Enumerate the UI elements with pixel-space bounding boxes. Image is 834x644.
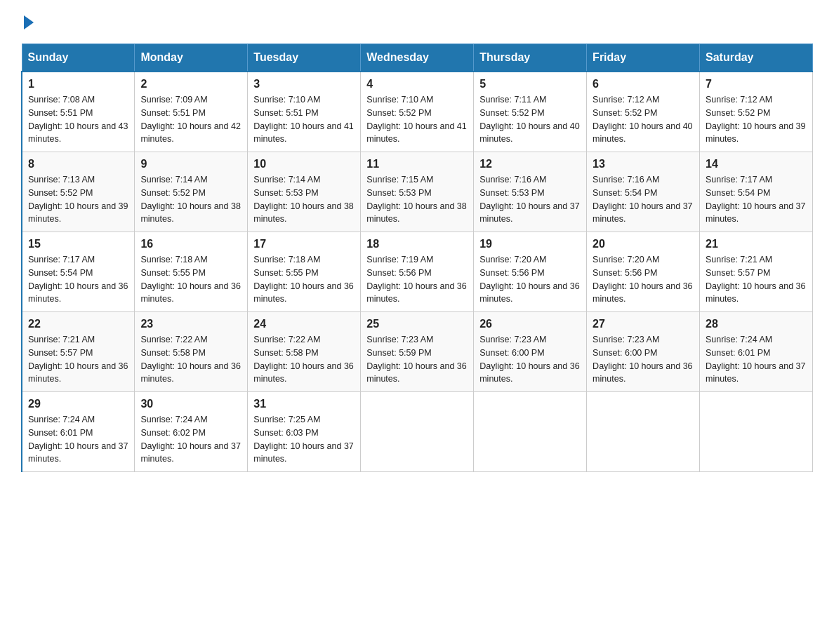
column-header-thursday: Thursday <box>474 44 587 72</box>
day-number: 23 <box>140 318 241 330</box>
calendar-week-row: 8 Sunrise: 7:13 AM Sunset: 5:52 PM Dayli… <box>22 152 813 232</box>
day-number: 4 <box>366 78 468 90</box>
calendar-cell: 11 Sunrise: 7:15 AM Sunset: 5:53 PM Dayl… <box>361 152 474 232</box>
calendar-week-row: 29 Sunrise: 7:24 AM Sunset: 6:01 PM Dayl… <box>22 392 813 472</box>
calendar-cell <box>587 392 700 472</box>
day-number: 31 <box>253 398 355 410</box>
calendar-cell: 24 Sunrise: 7:22 AM Sunset: 5:58 PM Dayl… <box>248 312 361 392</box>
column-header-monday: Monday <box>135 44 248 72</box>
day-number: 8 <box>28 158 128 170</box>
calendar-cell: 26 Sunrise: 7:23 AM Sunset: 6:00 PM Dayl… <box>474 312 587 392</box>
day-info: Sunrise: 7:12 AM Sunset: 5:52 PM Dayligh… <box>706 93 807 146</box>
day-number: 6 <box>593 78 694 90</box>
day-number: 19 <box>479 238 581 250</box>
calendar-cell: 10 Sunrise: 7:14 AM Sunset: 5:53 PM Dayl… <box>248 152 361 232</box>
day-info: Sunrise: 7:23 AM Sunset: 6:00 PM Dayligh… <box>593 333 694 386</box>
day-info: Sunrise: 7:24 AM Sunset: 6:02 PM Dayligh… <box>140 413 241 466</box>
day-number: 11 <box>366 158 468 170</box>
day-info: Sunrise: 7:09 AM Sunset: 5:51 PM Dayligh… <box>140 93 241 146</box>
day-number: 26 <box>479 318 581 330</box>
day-info: Sunrise: 7:23 AM Sunset: 6:00 PM Dayligh… <box>479 333 581 386</box>
day-number: 29 <box>28 398 128 410</box>
calendar-cell: 12 Sunrise: 7:16 AM Sunset: 5:53 PM Dayl… <box>474 152 587 232</box>
day-info: Sunrise: 7:20 AM Sunset: 5:56 PM Dayligh… <box>593 253 694 306</box>
calendar-cell: 13 Sunrise: 7:16 AM Sunset: 5:54 PM Dayl… <box>587 152 700 232</box>
day-number: 10 <box>253 158 355 170</box>
calendar-cell: 30 Sunrise: 7:24 AM Sunset: 6:02 PM Dayl… <box>135 392 248 472</box>
column-header-wednesday: Wednesday <box>361 44 474 72</box>
day-info: Sunrise: 7:14 AM Sunset: 5:52 PM Dayligh… <box>140 173 241 226</box>
day-number: 15 <box>28 238 128 250</box>
logo <box>21 14 34 29</box>
column-header-saturday: Saturday <box>700 44 813 72</box>
calendar-cell: 28 Sunrise: 7:24 AM Sunset: 6:01 PM Dayl… <box>700 312 813 392</box>
calendar-cell: 8 Sunrise: 7:13 AM Sunset: 5:52 PM Dayli… <box>22 152 135 232</box>
calendar-table: SundayMondayTuesdayWednesdayThursdayFrid… <box>21 43 813 472</box>
calendar-cell: 29 Sunrise: 7:24 AM Sunset: 6:01 PM Dayl… <box>22 392 135 472</box>
calendar-cell: 19 Sunrise: 7:20 AM Sunset: 5:56 PM Dayl… <box>474 232 587 312</box>
calendar-cell: 7 Sunrise: 7:12 AM Sunset: 5:52 PM Dayli… <box>700 72 813 152</box>
calendar-cell: 5 Sunrise: 7:11 AM Sunset: 5:52 PM Dayli… <box>474 72 587 152</box>
logo-arrow-icon <box>24 15 34 29</box>
calendar-cell: 15 Sunrise: 7:17 AM Sunset: 5:54 PM Dayl… <box>22 232 135 312</box>
day-info: Sunrise: 7:17 AM Sunset: 5:54 PM Dayligh… <box>28 253 128 306</box>
calendar-week-row: 1 Sunrise: 7:08 AM Sunset: 5:51 PM Dayli… <box>22 72 813 152</box>
calendar-cell <box>700 392 813 472</box>
calendar-cell: 3 Sunrise: 7:10 AM Sunset: 5:51 PM Dayli… <box>248 72 361 152</box>
day-info: Sunrise: 7:10 AM Sunset: 5:51 PM Dayligh… <box>253 93 355 146</box>
day-number: 12 <box>479 158 581 170</box>
day-info: Sunrise: 7:20 AM Sunset: 5:56 PM Dayligh… <box>479 253 581 306</box>
day-info: Sunrise: 7:16 AM Sunset: 5:54 PM Dayligh… <box>593 173 694 226</box>
day-info: Sunrise: 7:15 AM Sunset: 5:53 PM Dayligh… <box>366 173 468 226</box>
calendar-cell <box>474 392 587 472</box>
calendar-cell: 9 Sunrise: 7:14 AM Sunset: 5:52 PM Dayli… <box>135 152 248 232</box>
day-info: Sunrise: 7:25 AM Sunset: 6:03 PM Dayligh… <box>253 413 355 466</box>
day-number: 25 <box>366 318 468 330</box>
column-header-tuesday: Tuesday <box>248 44 361 72</box>
calendar-week-row: 15 Sunrise: 7:17 AM Sunset: 5:54 PM Dayl… <box>22 232 813 312</box>
day-number: 16 <box>140 238 241 250</box>
day-info: Sunrise: 7:10 AM Sunset: 5:52 PM Dayligh… <box>366 93 468 146</box>
calendar-cell: 20 Sunrise: 7:20 AM Sunset: 5:56 PM Dayl… <box>587 232 700 312</box>
column-header-friday: Friday <box>587 44 700 72</box>
day-number: 5 <box>479 78 581 90</box>
day-number: 17 <box>253 238 355 250</box>
day-info: Sunrise: 7:08 AM Sunset: 5:51 PM Dayligh… <box>28 93 128 146</box>
day-number: 2 <box>140 78 241 90</box>
day-info: Sunrise: 7:11 AM Sunset: 5:52 PM Dayligh… <box>479 93 581 146</box>
page-header <box>21 14 813 29</box>
day-number: 13 <box>593 158 694 170</box>
day-number: 20 <box>593 238 694 250</box>
calendar-cell: 4 Sunrise: 7:10 AM Sunset: 5:52 PM Dayli… <box>361 72 474 152</box>
calendar-cell: 21 Sunrise: 7:21 AM Sunset: 5:57 PM Dayl… <box>700 232 813 312</box>
calendar-header-row: SundayMondayTuesdayWednesdayThursdayFrid… <box>22 44 813 72</box>
calendar-cell: 6 Sunrise: 7:12 AM Sunset: 5:52 PM Dayli… <box>587 72 700 152</box>
day-info: Sunrise: 7:13 AM Sunset: 5:52 PM Dayligh… <box>28 173 128 226</box>
calendar-cell: 25 Sunrise: 7:23 AM Sunset: 5:59 PM Dayl… <box>361 312 474 392</box>
day-number: 27 <box>593 318 694 330</box>
day-info: Sunrise: 7:22 AM Sunset: 5:58 PM Dayligh… <box>253 333 355 386</box>
day-number: 1 <box>28 78 128 90</box>
calendar-cell: 27 Sunrise: 7:23 AM Sunset: 6:00 PM Dayl… <box>587 312 700 392</box>
day-number: 14 <box>706 158 807 170</box>
day-info: Sunrise: 7:12 AM Sunset: 5:52 PM Dayligh… <box>593 93 694 146</box>
calendar-cell: 31 Sunrise: 7:25 AM Sunset: 6:03 PM Dayl… <box>248 392 361 472</box>
day-number: 9 <box>140 158 241 170</box>
day-number: 30 <box>140 398 241 410</box>
calendar-cell: 18 Sunrise: 7:19 AM Sunset: 5:56 PM Dayl… <box>361 232 474 312</box>
day-number: 21 <box>706 238 807 250</box>
day-info: Sunrise: 7:18 AM Sunset: 5:55 PM Dayligh… <box>253 253 355 306</box>
day-number: 7 <box>706 78 807 90</box>
calendar-cell: 22 Sunrise: 7:21 AM Sunset: 5:57 PM Dayl… <box>22 312 135 392</box>
day-info: Sunrise: 7:16 AM Sunset: 5:53 PM Dayligh… <box>479 173 581 226</box>
column-header-sunday: Sunday <box>22 44 135 72</box>
day-info: Sunrise: 7:14 AM Sunset: 5:53 PM Dayligh… <box>253 173 355 226</box>
day-number: 3 <box>253 78 355 90</box>
calendar-cell: 16 Sunrise: 7:18 AM Sunset: 5:55 PM Dayl… <box>135 232 248 312</box>
day-info: Sunrise: 7:23 AM Sunset: 5:59 PM Dayligh… <box>366 333 468 386</box>
calendar-cell <box>361 392 474 472</box>
day-info: Sunrise: 7:21 AM Sunset: 5:57 PM Dayligh… <box>706 253 807 306</box>
calendar-cell: 14 Sunrise: 7:17 AM Sunset: 5:54 PM Dayl… <box>700 152 813 232</box>
day-info: Sunrise: 7:24 AM Sunset: 6:01 PM Dayligh… <box>706 333 807 386</box>
calendar-cell: 17 Sunrise: 7:18 AM Sunset: 5:55 PM Dayl… <box>248 232 361 312</box>
